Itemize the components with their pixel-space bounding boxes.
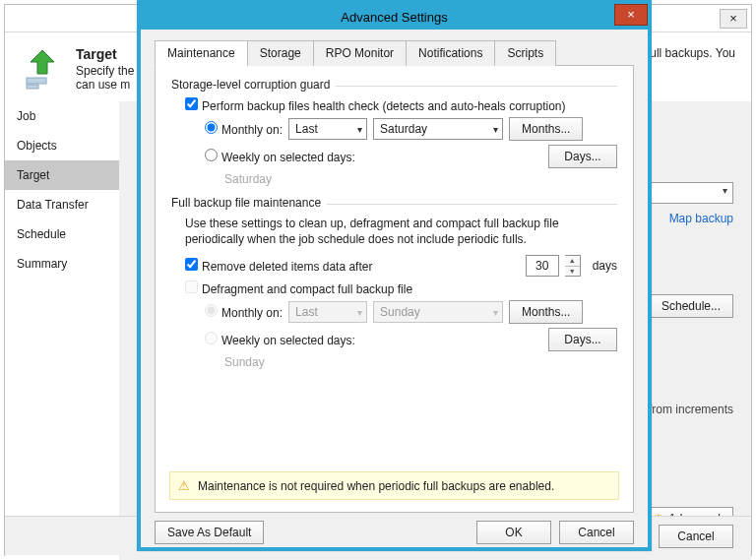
monthly-day-select[interactable]: Saturday (373, 118, 503, 140)
days-button[interactable]: Days... (548, 145, 617, 168)
advanced-settings-dialog: Advanced Settings × Maintenance Storage … (137, 0, 652, 551)
warning-banner: ⚠ Maintenance is not required when perio… (169, 471, 619, 500)
dialog-close-button[interactable]: × (614, 4, 648, 26)
weekly-summary: Saturday (224, 172, 617, 186)
cancel-button[interactable]: Cancel (559, 521, 634, 544)
defrag-months-button: Months... (509, 300, 583, 324)
parent-title: Target (76, 46, 134, 62)
tab-maintenance[interactable]: Maintenance (155, 40, 248, 66)
defrag-days-button: Days... (548, 328, 617, 351)
map-backup-link[interactable]: Map backup (669, 212, 733, 225)
defrag-day-select: Sunday (373, 301, 503, 323)
target-icon (21, 46, 64, 90)
days-label: days (593, 259, 617, 273)
parent-title-block: Target Specify the can use m (76, 46, 134, 92)
warning-icon: ⚠ (178, 478, 190, 493)
weekly-radio[interactable]: Weekly on selected days: (205, 149, 355, 164)
sidebar: Job Objects Target Data Transfer Schedul… (5, 101, 119, 560)
tab-panel-maintenance: Storage-level corruption guard Perform b… (155, 66, 634, 513)
svg-rect-1 (27, 85, 38, 89)
defrag-checkbox[interactable]: Defragment and compact full backup file (185, 280, 412, 296)
sidebar-item-summary[interactable]: Summary (5, 249, 119, 279)
tab-rpo-monitor[interactable]: RPO Monitor (313, 40, 407, 66)
save-as-default-button[interactable]: Save As Default (155, 521, 264, 544)
sidebar-item-data-transfer[interactable]: Data Transfer (5, 190, 119, 219)
sidebar-item-schedule[interactable]: Schedule (5, 219, 119, 249)
remove-days-input[interactable] (526, 255, 559, 277)
months-button[interactable]: Months... (509, 117, 583, 141)
dialog-footer: Save As Default OK Cancel (141, 513, 648, 552)
sidebar-item-job[interactable]: Job (5, 101, 119, 131)
parent-subtitle-a: Specify the (76, 64, 134, 78)
tab-storage[interactable]: Storage (247, 40, 314, 66)
remove-deleted-checkbox[interactable]: Remove deleted items data after (185, 258, 372, 274)
increments-label: from increments (649, 403, 733, 416)
defrag-monthly-radio: Monthly on: (205, 304, 283, 320)
dialog-titlebar: Advanced Settings × (141, 4, 648, 30)
defrag-weekly-summary: Sunday (224, 355, 617, 369)
sidebar-item-objects[interactable]: Objects (5, 131, 119, 160)
dialog-title: Advanced Settings (341, 10, 447, 25)
health-check-checkbox[interactable]: Perform backup files health check (detec… (185, 97, 566, 113)
tab-notifications[interactable]: Notifications (406, 40, 495, 66)
defrag-ordinal-select: Last (288, 301, 367, 323)
full-maintenance-desc: Use these settings to clean up, defragme… (185, 216, 617, 247)
parent-cancel-button[interactable]: Cancel (659, 525, 733, 548)
remove-days-spinner[interactable]: ▲▼ (565, 255, 581, 277)
parent-close-button[interactable]: × (720, 9, 747, 29)
tabstrip: Maintenance Storage RPO Monitor Notifica… (155, 39, 634, 66)
sidebar-item-target[interactable]: Target (5, 160, 119, 190)
monthly-radio[interactable]: Monthly on: (205, 121, 283, 137)
monthly-ordinal-select[interactable]: Last (288, 118, 367, 140)
group-full-maintenance: Full backup file maintenance (171, 196, 617, 210)
group-corruption-guard: Storage-level corruption guard (171, 78, 617, 92)
warning-text: Maintenance is not required when periodi… (198, 479, 554, 493)
parent-subtitle-b: can use m (76, 78, 134, 92)
defrag-weekly-radio: Weekly on selected days: (205, 332, 355, 347)
tab-scripts[interactable]: Scripts (494, 40, 556, 66)
ok-button[interactable]: OK (476, 521, 551, 544)
svg-rect-0 (27, 78, 46, 84)
schedule-button[interactable]: Schedule... (649, 294, 733, 318)
